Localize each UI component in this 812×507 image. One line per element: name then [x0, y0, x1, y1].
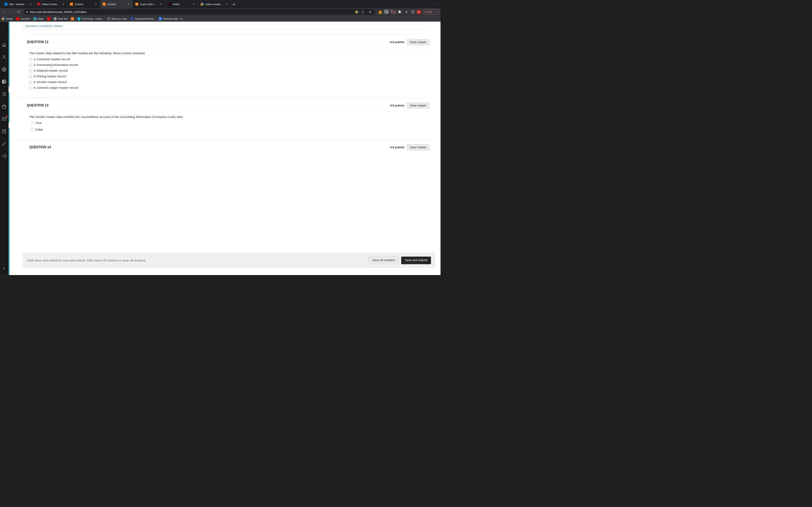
bookmark-youtube[interactable]: YouTube [16, 17, 30, 20]
youtube-icon [47, 17, 50, 20]
option-label[interactable]: 5.Vendor master record [34, 80, 66, 83]
close-icon[interactable]: ✕ [30, 3, 32, 6]
collapse-icon[interactable] [2, 267, 7, 272]
save-all-button[interactable]: Save All Answers [368, 257, 399, 264]
checkbox[interactable] [29, 69, 32, 72]
save-answer-button[interactable]: Save Answer [407, 102, 429, 109]
update-button[interactable]: Update ⋮ [422, 9, 439, 14]
google-lens-icon[interactable] [355, 10, 358, 14]
share-icon[interactable] [360, 9, 365, 14]
option-label[interactable]: 1.Customer master record [34, 58, 70, 61]
option-label[interactable]: 6.General Ledger master record [34, 86, 78, 89]
profile-avatar[interactable]: M [416, 9, 421, 14]
option-label[interactable]: False [36, 128, 43, 131]
checkbox[interactable] [29, 75, 32, 78]
question-title: QUESTION 13 [27, 104, 390, 107]
tab-content-1[interactable]: Content ✕ [67, 0, 100, 8]
save-answer-button[interactable]: Save Answer [407, 144, 429, 151]
notification-badge [6, 116, 7, 118]
completion-status-bar[interactable]: ⌄ Question Completion Status: [21, 23, 428, 30]
option-1: 1.Customer master record [29, 58, 429, 61]
close-icon[interactable]: ✕ [95, 3, 98, 6]
bookmark-newtab[interactable]: New Tab [54, 17, 67, 20]
folder-icon [107, 17, 110, 20]
profile-icon[interactable] [2, 55, 7, 60]
tab-title: Walton College Vi [42, 3, 60, 6]
save-submit-button[interactable]: Save and Submit [401, 257, 431, 264]
save-answer-button[interactable]: Save Answer [407, 39, 429, 45]
radio[interactable] [31, 121, 34, 124]
svg-point-16 [3, 93, 4, 94]
heart-icon [131, 17, 134, 20]
tab-walton[interactable]: Walton College Vi ✕ [35, 0, 67, 8]
question-points: 0.5 points [390, 146, 404, 149]
tab-title: Content [107, 3, 125, 6]
walton-icon [37, 3, 40, 6]
drop-icon [77, 16, 81, 21]
option-label[interactable]: 3.Material master record [34, 69, 67, 72]
close-icon[interactable]: ✕ [128, 3, 131, 6]
svg-rect-8 [411, 11, 414, 13]
close-icon[interactable]: ✕ [62, 3, 65, 6]
option-3: 3.Material master record [29, 69, 429, 72]
svg-point-12 [3, 55, 5, 57]
close-icon[interactable]: ✕ [160, 3, 163, 6]
tools-icon[interactable] [2, 141, 7, 147]
activity-icon[interactable] [2, 67, 7, 72]
extension-icon[interactable]: ◉ [377, 9, 383, 14]
reload-button[interactable] [15, 9, 21, 14]
option-label[interactable]: 4.Pricing master record [34, 74, 66, 78]
bookmark-jazz[interactable]: Bedroom Jazz [107, 17, 127, 20]
radio[interactable] [31, 128, 34, 131]
close-icon[interactable]: ✕ [225, 3, 229, 6]
bookmark-ico[interactable]: ICO Drops - Calen... [78, 17, 104, 20]
messages-icon[interactable] [2, 117, 7, 122]
forward-button[interactable] [9, 9, 14, 14]
checkbox[interactable] [29, 81, 32, 83]
quiz-content: ⌄ Question Completion Status: QUESTION 1… [9, 21, 440, 275]
calendar-icon[interactable] [2, 104, 7, 109]
blackboard-sidebar [0, 21, 9, 275]
checkbox[interactable] [29, 87, 32, 89]
option-4: 4.Pricing master record [29, 74, 429, 78]
institution-icon[interactable] [2, 42, 7, 47]
maps-icon [33, 17, 37, 20]
bookmark-southwest[interactable]: Southwest Airline... [131, 17, 155, 20]
extensions-puzzle-icon[interactable] [397, 9, 402, 14]
checkbox[interactable] [29, 58, 32, 61]
bookmark-maps[interactable]: Maps [33, 17, 44, 20]
tab-content-2[interactable]: Content ✕ [100, 0, 133, 8]
option-label[interactable]: True [36, 121, 42, 124]
grades-icon[interactable] [2, 129, 7, 134]
tab-netflix[interactable]: N Netflix ✕ [165, 0, 198, 8]
extension-icon[interactable]: Tρ [391, 9, 396, 14]
side-panel-icon[interactable] [410, 9, 415, 14]
back-button[interactable] [2, 9, 7, 14]
tab-google[interactable]: make recepits - G ✕ [198, 0, 231, 8]
checkbox[interactable] [29, 64, 32, 66]
address-bar[interactable]: learn.uark.edu/ultra/courses/_353546_1/c… [23, 9, 375, 14]
tab-title: Content [74, 3, 93, 6]
close-icon[interactable]: ✕ [193, 3, 196, 6]
reading-list-icon[interactable] [403, 9, 409, 14]
signout-icon[interactable] [2, 154, 7, 159]
courses-icon[interactable] [2, 79, 7, 84]
organizations-icon[interactable] [2, 92, 7, 97]
new-tab-button[interactable]: ＋ [231, 0, 237, 8]
bookmark-yt2[interactable] [47, 17, 50, 20]
tabs-menu-button[interactable] [434, 0, 441, 8]
question-prompt: The master data related to the MM module… [29, 52, 429, 55]
option-true: True [31, 121, 429, 124]
svg-point-17 [4, 93, 6, 94]
tab-chegg[interactable]: C Expert Q&A | Che ✕ [133, 0, 165, 8]
bookmark-docs[interactable]: Business plan - G... [159, 17, 184, 20]
extension-icon[interactable]: Ⓦ [384, 9, 389, 14]
docs-icon [159, 17, 162, 20]
bookmark-gmail[interactable]: Gmail [2, 17, 12, 20]
netflix-icon: N [168, 3, 171, 6]
option-label[interactable]: 2.Purchasing information record [34, 63, 78, 67]
tab-title: make recepits - G [206, 3, 224, 6]
bookmark-bb[interactable] [71, 17, 74, 20]
tab-mail[interactable]: Mail - Michael Kul ✕ [2, 0, 35, 8]
bookmark-star-icon[interactable] [367, 9, 373, 14]
